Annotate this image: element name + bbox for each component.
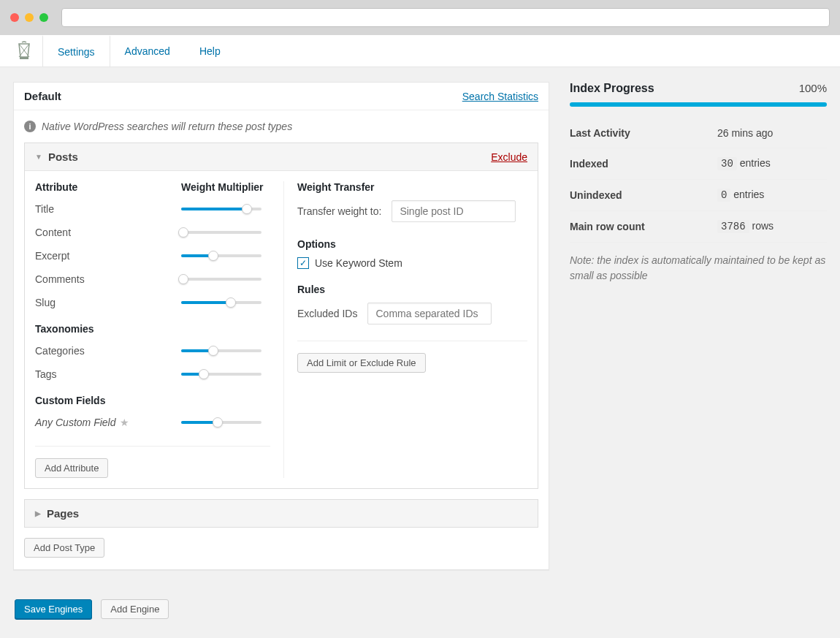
posts-toggle[interactable]: ▼ Posts Exclude (25, 143, 538, 171)
save-engines-button[interactable]: Save Engines (15, 599, 92, 619)
main-row-label: Main row count (570, 221, 645, 232)
posts-title: Posts (48, 151, 78, 163)
indexed-label: Indexed (570, 158, 608, 170)
lantern-icon (16, 41, 32, 61)
custom-fields-header: Custom Fields (35, 395, 270, 406)
add-post-type-button[interactable]: Add Post Type (24, 538, 104, 558)
chevron-right-icon: ▶ (35, 509, 41, 517)
unindexed-value: 0 entries (717, 189, 827, 202)
attr-slug-slider[interactable] (181, 301, 261, 304)
transfer-to-label: Transfer weight to: (297, 205, 381, 217)
excluded-ids-label: Excluded IDs (297, 308, 357, 319)
tax-tags-slider[interactable] (181, 373, 261, 376)
attr-comments-label: Comments (35, 273, 181, 285)
tax-tags-label: Tags (35, 368, 181, 380)
native-search-note: Native WordPress searches will return th… (42, 121, 292, 132)
tab-advanced[interactable]: Advanced (110, 35, 185, 67)
tax-categories-slider[interactable] (181, 349, 261, 352)
tax-categories-label: Categories (35, 345, 181, 357)
transfer-to-input[interactable] (392, 200, 516, 222)
star-icon: ★ (120, 417, 129, 428)
app-logo (12, 35, 42, 67)
engine-panel: Default Search Statistics i Native WordP… (13, 82, 549, 570)
excluded-ids-input[interactable] (367, 303, 492, 324)
browser-chrome (0, 0, 840, 35)
index-progress-percent: 100% (799, 82, 827, 94)
window-close-icon[interactable] (10, 13, 19, 22)
last-activity-value: 26 mins ago (717, 127, 827, 139)
indexed-value: 30 entries (717, 157, 827, 170)
last-activity-label: Last Activity (570, 127, 630, 139)
add-attribute-button[interactable]: Add Attribute (35, 458, 108, 478)
any-custom-field-label: Any Custom Field ★ (35, 417, 181, 428)
tab-help[interactable]: Help (185, 35, 235, 67)
progress-bar (570, 102, 827, 107)
posts-panel: ▼ Posts Exclude Attribute Weight Multipl… (24, 143, 538, 489)
attr-slug-label: Slug (35, 297, 181, 308)
svg-rect-0 (20, 57, 28, 59)
attr-title-slider[interactable] (181, 208, 261, 210)
tab-bar: Settings Advanced Help (0, 35, 840, 67)
rules-header: Rules (297, 284, 527, 295)
attr-excerpt-slider[interactable] (181, 254, 261, 257)
attr-content-label: Content (35, 227, 181, 238)
pages-toggle[interactable]: ▶ Pages (25, 500, 538, 527)
window-minimize-icon[interactable] (25, 13, 34, 22)
custom-field-slider[interactable] (181, 421, 261, 424)
weight-transfer-header: Weight Transfer (297, 181, 527, 193)
divider (297, 341, 527, 341)
keyword-stem-label: Use Keyword Stem (315, 257, 402, 269)
attr-content-slider[interactable] (181, 231, 261, 234)
add-rule-button[interactable]: Add Limit or Exclude Rule (297, 353, 426, 373)
divider (35, 446, 270, 447)
window-zoom-icon[interactable] (39, 13, 48, 22)
chevron-down-icon: ▼ (35, 153, 42, 161)
search-statistics-link[interactable]: Search Statistics (462, 91, 538, 102)
progress-fill (570, 102, 827, 107)
attr-excerpt-label: Excerpt (35, 250, 181, 262)
pages-title: Pages (47, 507, 79, 520)
pages-panel: ▶ Pages (24, 499, 538, 528)
unindexed-label: Unindexed (570, 189, 622, 201)
info-icon: i (24, 121, 36, 132)
engine-title: Default (24, 90, 61, 102)
main-row-value: 3786 rows (717, 220, 827, 233)
attribute-header: Attribute (35, 181, 181, 193)
weight-mult-header: Weight Multiplier (181, 181, 264, 193)
address-bar[interactable] (61, 8, 830, 27)
tab-settings[interactable]: Settings (42, 35, 110, 67)
index-progress-sidebar: Index Progress 100% Last Activity 26 min… (570, 82, 827, 585)
index-progress-title: Index Progress (570, 82, 654, 95)
index-note: Note: the index is automatically maintai… (570, 253, 827, 284)
attr-comments-slider[interactable] (181, 278, 261, 281)
exclude-link[interactable]: Exclude (491, 151, 527, 163)
attr-title-label: Title (35, 203, 181, 215)
add-engine-button[interactable]: Add Engine (101, 599, 169, 619)
keyword-stem-checkbox[interactable]: ✓ (297, 257, 309, 269)
options-header: Options (297, 238, 527, 250)
taxonomies-header: Taxonomies (35, 323, 270, 335)
